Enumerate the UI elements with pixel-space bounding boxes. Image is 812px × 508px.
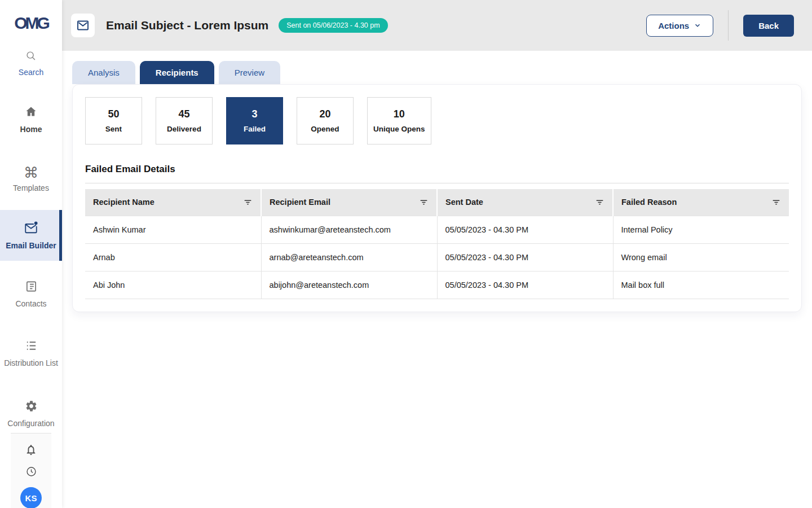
list-icon [25, 339, 38, 354]
stat-label: Unique Opens [373, 125, 425, 133]
column-label: Recipient Name [93, 198, 155, 207]
sidebar: OMG Search Home ⌘ Templates Email Buil [0, 0, 62, 508]
stat-value: 10 [394, 108, 405, 120]
stat-label: Failed [244, 125, 266, 133]
stat-value: 3 [251, 108, 257, 120]
stat-label: Delivered [167, 125, 201, 133]
omg-logo: OMG [14, 14, 48, 33]
filter-icon[interactable] [771, 198, 781, 207]
sidebar-item-email-builder[interactable]: Email Builder [0, 210, 62, 261]
filter-icon[interactable] [419, 198, 429, 207]
search-icon [25, 50, 37, 64]
column-label: Recipient Email [270, 198, 330, 207]
sidebar-item-templates[interactable]: ⌘ Templates [0, 161, 62, 198]
column-label: Sent Date [445, 198, 483, 207]
user-avatar[interactable]: KS [20, 487, 42, 508]
section-title: Failed Email Details [85, 164, 789, 175]
cell-recipient-name: Arnab [85, 243, 261, 271]
sidebar-item-label: Distribution List [4, 358, 58, 368]
envelope-icon [76, 19, 90, 32]
stat-card-failed[interactable]: 3 Failed [226, 97, 283, 144]
sidebar-item-label: Templates [13, 183, 49, 193]
sidebar-footer: KS [11, 433, 51, 508]
history-clock-icon[interactable] [25, 466, 37, 478]
sidebar-item-label: Email Builder [6, 241, 56, 251]
column-label: Failed Reason [621, 198, 677, 207]
cell-recipient-email: abijohn@areteanstech.com [261, 271, 437, 299]
stat-card-unique-opens[interactable]: 10 Unique Opens [367, 97, 431, 144]
cell-sent-date: 05/05/2023 - 04.30 PM [437, 216, 613, 243]
sidebar-item-label: Home [20, 125, 42, 134]
cell-recipient-name: Abi John [85, 271, 261, 299]
stat-value: 45 [178, 108, 189, 120]
contacts-icon [25, 280, 38, 295]
tab-bar: Analysis Recipients Preview [72, 61, 802, 84]
cell-failed-reason: Mail box full [613, 271, 789, 299]
command-icon: ⌘ [24, 166, 38, 179]
cell-recipient-email: arnab@areteanstech.com [261, 243, 437, 271]
stat-card-delivered[interactable]: 45 Delivered [156, 97, 213, 144]
sidebar-item-search[interactable]: Search [19, 50, 43, 77]
cell-failed-reason: Internal Policy [613, 216, 789, 243]
column-recipient-email: Recipient Email [261, 189, 437, 216]
tab-preview[interactable]: Preview [219, 61, 280, 84]
cell-failed-reason: Wrong email [613, 243, 789, 271]
sidebar-item-label: Contacts [15, 299, 46, 309]
home-icon [24, 105, 38, 121]
page-title: Email Subject - Lorem Ipsum [106, 19, 268, 32]
section-divider [85, 183, 789, 183]
stat-label: Sent [105, 125, 122, 133]
column-recipient-name: Recipient Name [85, 189, 261, 216]
recipients-panel: 50 Sent 45 Delivered 3 Failed 20 Opened … [72, 84, 802, 312]
column-sent-date: Sent Date [437, 189, 613, 216]
email-unread-icon [24, 220, 38, 237]
column-failed-reason: Failed Reason [613, 189, 789, 216]
tab-recipients[interactable]: Recipients [140, 61, 214, 84]
notifications-bell-icon[interactable] [25, 444, 37, 456]
stat-value: 50 [108, 108, 119, 120]
cell-sent-date: 05/05/2023 - 04.30 PM [437, 243, 613, 271]
tab-analysis[interactable]: Analysis [72, 61, 135, 84]
table-row[interactable]: Ashwin Kumar ashwinkumar@areteanstech.co… [85, 216, 789, 243]
back-button[interactable]: Back [743, 15, 794, 37]
sidebar-item-label: Configuration [7, 419, 54, 428]
sidebar-item-configuration[interactable]: Configuration [0, 395, 62, 433]
actions-button-label: Actions [658, 21, 689, 30]
sidebar-item-distribution-list[interactable]: Distribution List [0, 335, 62, 373]
failed-email-table: Recipient Name Recipient Email [85, 189, 789, 299]
sidebar-item-home[interactable]: Home [0, 100, 62, 139]
main-content: Email Subject - Lorem Ipsum Sent on 05/0… [62, 0, 812, 508]
actions-button[interactable]: Actions [646, 15, 713, 37]
header-divider [728, 10, 729, 41]
table-row[interactable]: Abi John abijohn@areteanstech.com 05/05/… [85, 271, 789, 299]
filter-icon[interactable] [595, 198, 604, 207]
stat-card-opened[interactable]: 20 Opened [297, 97, 354, 144]
sidebar-item-contacts[interactable]: Contacts [0, 275, 62, 313]
table-row[interactable]: Arnab arnab@areteanstech.com 05/05/2023 … [85, 243, 789, 271]
email-icon-badge [71, 14, 95, 37]
sent-status-badge: Sent on 05/06/2023 - 4.30 pm [279, 18, 387, 33]
sidebar-item-label: Search [19, 68, 43, 77]
stat-value: 20 [319, 108, 330, 120]
gear-icon [25, 400, 38, 415]
page-header: Email Subject - Lorem Ipsum Sent on 05/0… [62, 0, 812, 51]
cell-recipient-name: Ashwin Kumar [85, 216, 261, 243]
cell-sent-date: 05/05/2023 - 04.30 PM [437, 271, 613, 299]
email-stats-row: 50 Sent 45 Delivered 3 Failed 20 Opened … [85, 97, 789, 144]
table-header-row: Recipient Name Recipient Email [85, 189, 789, 216]
filter-icon[interactable] [243, 198, 253, 207]
stat-label: Opened [311, 125, 339, 133]
stat-card-sent[interactable]: 50 Sent [85, 97, 142, 144]
chevron-down-icon [694, 21, 701, 29]
cell-recipient-email: ashwinkumar@areteanstech.com [261, 216, 437, 243]
